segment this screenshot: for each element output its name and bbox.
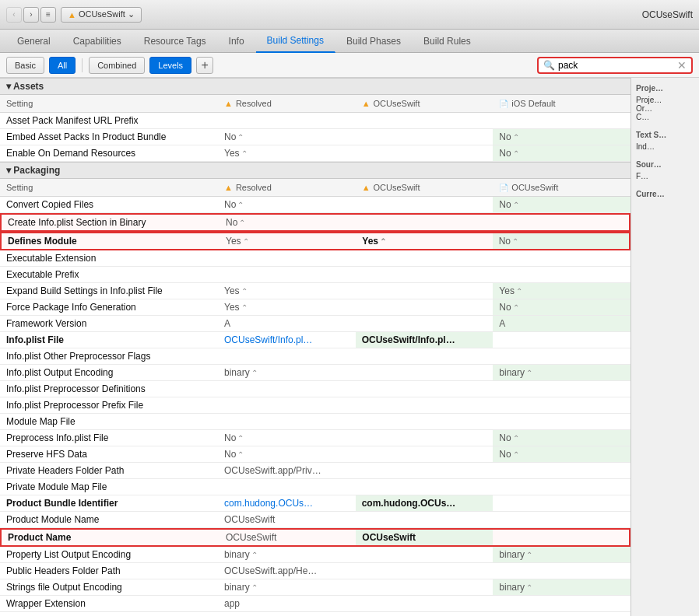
setting-resolved: No ⌃ <box>218 197 356 212</box>
tab-build-settings[interactable]: Build Settings <box>256 30 335 53</box>
setting-name: Preserve HFS Data <box>0 446 218 462</box>
setting-col4 <box>493 512 631 527</box>
tab-resource-tags[interactable]: Resource Tags <box>133 30 218 53</box>
setting-col4 <box>493 381 631 397</box>
table-row: Info.plist Preprocessor Prefix File <box>0 397 631 414</box>
setting-name: Info.plist Other Preprocessor Flags <box>0 348 218 364</box>
tab-bar: General Capabilities Resource Tags Info … <box>0 30 699 53</box>
setting-resolved: OCUseSwift.app/He… <box>218 563 356 579</box>
setting-col4 <box>493 596 631 611</box>
setting-name: Executable Extension <box>0 250 218 266</box>
levels-button[interactable]: Levels <box>149 57 191 74</box>
setting-col4 <box>493 250 631 266</box>
packaging-section-header: ▾ Packaging <box>0 162 631 179</box>
xcode-icon-ocu1: ▲ <box>362 99 371 108</box>
table-row: Info.plist Output Encoding binary ⌃ bina… <box>0 365 631 381</box>
nav-buttons: ‹ › ≡ <box>6 7 56 23</box>
setting-name: Info.plist Preprocessor Prefix File <box>0 397 218 413</box>
table-row: Product Bundle Identifier com.hudong.OCU… <box>0 495 631 512</box>
pkg-col-resolved: ▲ Resolved <box>218 180 356 194</box>
setting-resolved: binary ⌃ <box>218 547 356 562</box>
setting-name: Convert Copied Files <box>0 197 218 212</box>
tab-info[interactable]: Info <box>218 30 256 53</box>
setting-name: Asset Pack Manifest URL Prefix <box>0 113 218 128</box>
setting-name: Executable Prefix <box>0 267 218 282</box>
setting-resolved <box>218 267 356 282</box>
setting-name: Product Bundle Identifier <box>0 495 218 511</box>
setting-resolved: com.hudong.OCUs… <box>218 495 356 511</box>
setting-name: Module Map File <box>0 414 218 429</box>
setting-col4 <box>493 414 631 429</box>
setting-col2 <box>356 197 494 212</box>
setting-col4: No ⌃ <box>493 129 631 145</box>
setting-col2 <box>356 267 494 282</box>
setting-col2 <box>356 250 494 266</box>
setting-col2 <box>356 283 494 299</box>
setting-col4: No ⌃ <box>493 430 631 446</box>
setting-name: Private Module Map File <box>0 479 218 495</box>
setting-col4: Yes ⌃ <box>493 283 631 299</box>
table-row: Preprocess Info.plist File No ⌃ No ⌃ <box>0 430 631 446</box>
nav-forward-button[interactable]: › <box>23 7 39 23</box>
setting-col2: Yes ⌃ <box>356 233 492 249</box>
project-breadcrumb[interactable]: ▲ OCUseSwift ⌄ <box>61 7 142 23</box>
setting-col4: No ⌃ <box>493 446 631 462</box>
sidebar-text-title: Text S… <box>634 131 696 139</box>
setting-col2 <box>356 129 494 145</box>
table-row: Private Headers Folder Path OCUseSwift.a… <box>0 463 631 479</box>
setting-resolved: OCUseSwift/Info.pl… <box>218 332 356 348</box>
setting-col4 <box>493 215 629 230</box>
tab-general[interactable]: General <box>6 30 62 53</box>
table-row: Info.plist Preprocessor Definitions <box>0 381 631 397</box>
sidebar-source-title: Sour… <box>634 160 696 169</box>
nav-list-button[interactable]: ≡ <box>40 7 56 23</box>
tab-capabilities[interactable]: Capabilities <box>62 30 133 53</box>
table-row-highlighted: Create Info.plist Section in Binary No ⌃ <box>0 213 631 232</box>
setting-resolved <box>218 113 356 128</box>
setting-col2 <box>356 113 494 128</box>
xcode-icon-resolved: ▲ <box>224 99 233 108</box>
table-row: Info.plist File OCUseSwift/Info.pl… OCUs… <box>0 332 631 348</box>
tab-build-phases[interactable]: Build Phases <box>335 30 413 53</box>
pkg-col-ocu1: ▲ OCUseSwift <box>356 180 494 194</box>
tab-build-rules[interactable]: Build Rules <box>413 30 483 53</box>
add-setting-button[interactable]: + <box>196 57 213 74</box>
setting-col4: No ⌃ <box>493 197 631 212</box>
setting-col4 <box>493 332 631 348</box>
setting-col2 <box>356 479 494 495</box>
all-button[interactable]: All <box>49 57 76 74</box>
project-label: OCUseSwift ⌄ <box>79 9 135 19</box>
packaging-column-header: Setting ▲ Resolved ▲ OCUseSwift 📄 OCUseS… <box>0 179 631 197</box>
doc-icon-pkg: 📄 <box>499 184 508 192</box>
table-row: Private Module Map File <box>0 479 631 495</box>
setting-col4 <box>493 530 629 545</box>
setting-col2 <box>356 446 494 462</box>
setting-col2 <box>356 512 494 527</box>
setting-resolved <box>218 381 356 397</box>
setting-col4 <box>493 495 631 511</box>
search-input[interactable] <box>558 60 674 71</box>
table-row: Info.plist Other Preprocessor Flags <box>0 348 631 365</box>
setting-col2: OCUseSwift <box>356 530 492 545</box>
col-resolved: ▲ Resolved <box>218 96 356 110</box>
setting-col2 <box>356 430 494 446</box>
pkg-col-setting: Setting <box>0 180 218 194</box>
assets-section-header: ▾ Assets <box>0 78 631 95</box>
search-clear-button[interactable]: ✕ <box>677 59 687 72</box>
setting-col4: No ⌃ <box>493 299 631 315</box>
nav-back-button[interactable]: ‹ <box>6 7 22 23</box>
setting-resolved <box>218 414 356 429</box>
basic-button[interactable]: Basic <box>6 57 44 74</box>
setting-col4 <box>493 267 631 282</box>
table-row: Convert Copied Files No ⌃ No ⌃ <box>0 197 631 213</box>
setting-name: Product Name <box>2 530 220 545</box>
setting-col2 <box>356 316 494 331</box>
combined-button[interactable]: Combined <box>89 57 145 74</box>
setting-col2 <box>356 463 494 478</box>
setting-name: Enable On Demand Resources <box>0 145 218 161</box>
table-row: Asset Pack Manifest URL Prefix <box>0 113 631 129</box>
setting-name: Info.plist Preprocessor Definitions <box>0 381 218 397</box>
setting-col4: binary ⌃ <box>493 547 631 562</box>
sidebar-project-content: Proje…Or…C… <box>634 96 696 121</box>
table-row: Force Package Info Generation Yes ⌃ No ⌃ <box>0 299 631 316</box>
